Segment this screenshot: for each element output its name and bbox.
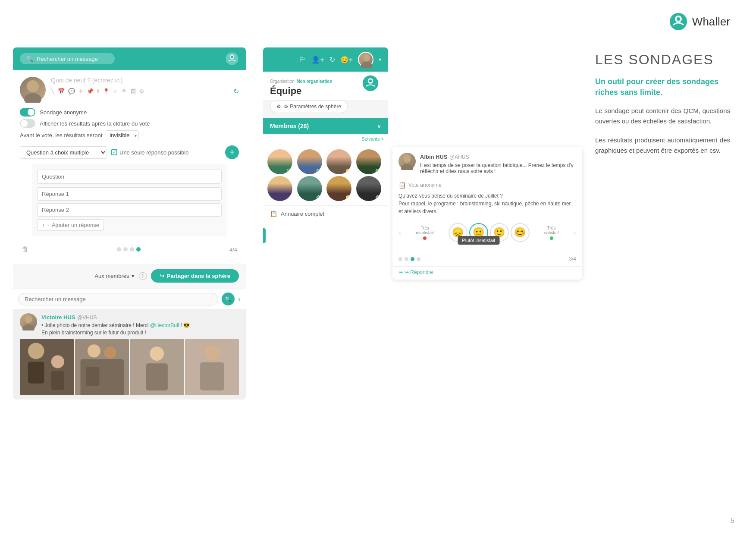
answer1-input[interactable] bbox=[37, 187, 222, 201]
sphere-user-avatar[interactable] bbox=[358, 52, 373, 67]
chat-icon: 💬 bbox=[68, 88, 75, 94]
add-user-icon2[interactable]: ↻ bbox=[329, 56, 335, 64]
show-results-toggle[interactable] bbox=[20, 119, 35, 128]
annuaire-row[interactable]: 📋 Annuaire complet bbox=[263, 205, 388, 221]
red-dot bbox=[423, 236, 427, 240]
prc-text: Il est temps de se poser la question fat… bbox=[420, 162, 576, 174]
sat-emojis: 😞 😐 Plutôt insatisfait 🙂 😊 bbox=[449, 223, 530, 242]
svg-point-17 bbox=[87, 344, 100, 357]
gallery-img-2 bbox=[75, 339, 129, 395]
poll-response-wrapper: Albin HUS @AHUS Il est temps de se poser… bbox=[397, 142, 582, 400]
answer2-input[interactable] bbox=[37, 203, 222, 217]
search-bar-text: Rechercher un message bbox=[37, 56, 98, 62]
membre-avatar-2[interactable] bbox=[297, 149, 322, 174]
chevron-down-icon: ▾ bbox=[132, 273, 135, 279]
prc-reply-button[interactable]: ↪ ↪ Répondre bbox=[392, 266, 582, 280]
trash-icon[interactable]: 🗑 bbox=[22, 245, 28, 253]
prc-user-info: Albin HUS @AHUS Il est temps de se poser… bbox=[420, 153, 576, 174]
prc-dot-4 bbox=[417, 257, 420, 261]
sphere-params-button[interactable]: ⚙ ⚙ Paramètres de sphère bbox=[270, 100, 348, 113]
dots-area bbox=[117, 247, 141, 252]
refresh-icon[interactable]: ↻ bbox=[233, 87, 239, 95]
side-tab-1[interactable] bbox=[263, 228, 266, 243]
anonymous-toggle[interactable] bbox=[20, 108, 35, 116]
svg-point-33 bbox=[401, 164, 413, 170]
question-input[interactable] bbox=[37, 170, 222, 184]
app-header: 🔍 Rechercher un message bbox=[13, 47, 246, 70]
suivants-text[interactable]: Suivants > bbox=[361, 136, 384, 142]
calendar-icon: 📅 bbox=[58, 88, 65, 94]
single-answer-check[interactable]: Une seule réponse possible bbox=[111, 149, 188, 156]
prc-header: Albin HUS @AHUS Il est temps de se poser… bbox=[392, 147, 582, 178]
svg-point-5 bbox=[231, 56, 233, 58]
gallery-img-1 bbox=[20, 339, 74, 395]
emoji-unhappy[interactable]: 😐 Plutôt insatisfait bbox=[469, 223, 488, 242]
svg-point-28 bbox=[361, 62, 372, 68]
question-type-wrapper[interactable]: Question à choix multiple bbox=[20, 146, 107, 159]
sat-prev-arrow[interactable]: ‹ bbox=[398, 228, 402, 238]
members-dropdown-button[interactable]: Aux membres ▾ bbox=[94, 273, 134, 279]
page-number: 4/4 bbox=[229, 246, 237, 253]
share-button[interactable]: ↪ Partager dans la sphère bbox=[151, 269, 239, 283]
sat-right-label: Trèssatisfait bbox=[544, 226, 559, 240]
add-answer-label: + Ajouter un réponse bbox=[47, 222, 99, 228]
membre-avatar-4[interactable] bbox=[356, 149, 381, 174]
logo-area: Whaller bbox=[669, 12, 730, 31]
sat-left-label: Trèsinsatisfait bbox=[416, 226, 434, 240]
membre-avatar-6[interactable] bbox=[297, 176, 322, 201]
help-icon[interactable]: ? bbox=[139, 272, 147, 280]
svg-rect-12 bbox=[28, 362, 44, 383]
single-answer-checkbox[interactable] bbox=[111, 149, 117, 155]
sphere-avatar-chevron[interactable]: ▾ bbox=[379, 57, 381, 63]
membre-avatar-7[interactable] bbox=[326, 176, 351, 201]
prc-dot-2 bbox=[405, 257, 408, 261]
poll-top: Quoi de neuf ? (écrivez ici) ╲ 📅 💬 ✈ 📌 ℹ… bbox=[20, 77, 239, 103]
add-user-icon3[interactable]: 😊+ bbox=[340, 56, 353, 64]
search-msg-arrow[interactable]: › bbox=[238, 295, 241, 304]
svg-point-9 bbox=[22, 324, 35, 330]
question-type-select[interactable]: Question à choix multiple bbox=[20, 146, 107, 159]
question-card-wrapper: ‹ + + Ajouter un réponse › bbox=[20, 164, 239, 236]
add-answer-button[interactable]: + + Ajouter un réponse bbox=[37, 219, 104, 231]
single-answer-label: Une seule réponse possible bbox=[119, 149, 188, 156]
reply-label: ↪ Répondre bbox=[405, 269, 433, 275]
green-dot bbox=[550, 236, 553, 240]
membre-avatar-5[interactable] bbox=[267, 176, 292, 201]
location-icon: 📍 bbox=[103, 88, 110, 94]
invisible-select[interactable]: invisible bbox=[106, 130, 139, 140]
membres-grid bbox=[263, 145, 388, 205]
before-vote-label: Avant le vote, les résultats seront bbox=[20, 132, 102, 138]
left-panel: 🔍 Rechercher un message bbox=[13, 47, 254, 400]
sat-next-arrow[interactable]: › bbox=[573, 228, 576, 238]
next-question-arrow[interactable]: › bbox=[245, 195, 246, 206]
svg-point-32 bbox=[403, 155, 411, 163]
status-dot-3 bbox=[346, 169, 350, 173]
membre-avatar-3[interactable] bbox=[326, 149, 351, 174]
share-icon: ↪ bbox=[160, 273, 164, 279]
prc-dots bbox=[398, 257, 420, 261]
search-bar[interactable]: 🔍 Rechercher un message bbox=[20, 53, 115, 64]
send-icon: ✈ bbox=[78, 88, 83, 94]
pin-icon: 📌 bbox=[87, 88, 94, 94]
anonymous-label: Sondage anonyme bbox=[40, 109, 87, 116]
middle-panel: 🏳 👤+ ↻ 😊+ ▾ bbox=[263, 47, 392, 400]
prc-bottom-dots: 3/4 bbox=[392, 248, 582, 266]
logo-text: Whaller bbox=[692, 15, 730, 28]
membres-bar[interactable]: Membres (26) ∨ bbox=[263, 118, 388, 134]
membre-avatar-1[interactable] bbox=[267, 149, 292, 174]
membre-avatar-8[interactable] bbox=[356, 176, 381, 201]
prc-handle: @AHUS bbox=[449, 154, 469, 160]
search-msg-input[interactable] bbox=[18, 293, 218, 305]
emoji-happy[interactable]: 😊 bbox=[511, 223, 530, 242]
feed-handle: @VHUS bbox=[77, 315, 97, 321]
search-msg-button[interactable]: 🔍 bbox=[222, 293, 235, 305]
before-vote-row: Avant le vote, les résultats seront invi… bbox=[20, 130, 239, 140]
add-question-button[interactable]: + bbox=[225, 145, 239, 159]
post-input-area: Quoi de neuf ? (écrivez ici) ╲ 📅 💬 ✈ 📌 ℹ… bbox=[51, 77, 239, 95]
satisfaction-row: ‹ Trèsinsatisfait 😞 😐 Plutôt insatisf bbox=[398, 223, 576, 242]
invisible-select-wrapper[interactable]: invisible bbox=[106, 130, 139, 140]
svg-point-8 bbox=[25, 315, 32, 323]
add-user-icon1[interactable]: 👤+ bbox=[311, 56, 324, 64]
sphere-panel: 🏳 👤+ ↻ 😊+ ▾ bbox=[263, 47, 388, 221]
prev-question-arrow[interactable]: ‹ bbox=[13, 195, 13, 206]
